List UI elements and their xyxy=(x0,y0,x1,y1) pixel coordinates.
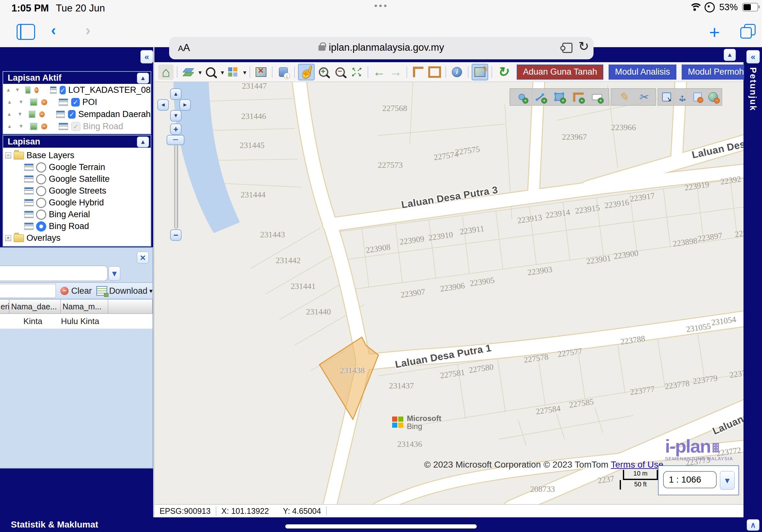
expand-group-icon[interactable] xyxy=(5,235,11,241)
results-col-nama-daerah[interactable]: Nama_dae... xyxy=(9,299,61,314)
move-layer-up-icon[interactable] xyxy=(6,99,13,105)
tool-home[interactable] xyxy=(158,64,174,80)
panel-collapse-button[interactable] xyxy=(137,137,149,147)
extensions-icon[interactable] xyxy=(562,43,572,53)
tool-pan-hand[interactable] xyxy=(298,64,315,80)
layer-thumbnail-icon[interactable] xyxy=(30,99,37,106)
layer-properties-icon[interactable] xyxy=(56,111,65,118)
zoom-in-button[interactable]: + xyxy=(170,123,182,135)
layer-properties-icon[interactable] xyxy=(59,99,68,106)
edit-feature-icon[interactable] xyxy=(617,90,631,104)
results-col-extra[interactable] xyxy=(108,299,153,314)
tool-clear-map[interactable] xyxy=(253,64,269,80)
forward-button[interactable]: › xyxy=(86,21,90,38)
new-tab-button[interactable]: + xyxy=(709,21,720,43)
layer-remove-icon[interactable] xyxy=(39,111,45,117)
results-col-negeri[interactable]: eri xyxy=(0,299,9,314)
results-filter-input[interactable] xyxy=(0,284,56,298)
tool-edit-map[interactable] xyxy=(472,64,488,80)
layer-properties-icon[interactable] xyxy=(50,87,57,94)
results-col-nama-mukim[interactable]: Nama_m... xyxy=(61,299,108,314)
results-data-row[interactable]: KintaHulu Kinta xyxy=(0,314,153,329)
terms-of-use-link[interactable]: Terms of Use xyxy=(611,460,663,470)
layer-thumbnail-icon[interactable] xyxy=(29,111,36,118)
clear-button[interactable]: Clear xyxy=(60,286,92,296)
zoom-slider-track[interactable] xyxy=(174,145,178,229)
collapse-group-icon[interactable] xyxy=(5,153,11,159)
tool-layer-list[interactable] xyxy=(181,64,196,80)
draw-measure-icon[interactable] xyxy=(571,90,585,104)
back-button[interactable]: ‹ xyxy=(51,21,56,38)
layer-properties-icon[interactable] xyxy=(24,223,34,230)
pan-down-button[interactable]: ▼ xyxy=(170,110,182,121)
address-bar[interactable]: AA iplan.planmalaysia.gov.my ↻ xyxy=(169,37,593,59)
zoom-slider-handle[interactable] xyxy=(167,135,185,145)
tool-zoom-out[interactable] xyxy=(333,64,348,80)
tool-refresh[interactable] xyxy=(495,64,510,80)
move-layer-down-icon[interactable] xyxy=(15,87,20,93)
right-panel-collapse-button[interactable] xyxy=(746,50,760,63)
move-layer-up-icon[interactable] xyxy=(6,87,11,93)
layer-remove-icon[interactable] xyxy=(35,87,38,93)
download-button[interactable]: Download▾ xyxy=(96,286,153,296)
layer-checkbox[interactable] xyxy=(68,110,76,119)
tool-previous-extent[interactable] xyxy=(371,64,387,80)
tool-save-session[interactable] xyxy=(276,64,291,80)
sidebar-collapse-button[interactable] xyxy=(140,50,153,63)
cut-feature-icon[interactable] xyxy=(636,90,650,104)
tool-basemap-tiles[interactable] xyxy=(225,64,241,80)
pan-left-button[interactable]: ◄ xyxy=(157,99,169,111)
tool-measure-length[interactable] xyxy=(410,64,426,80)
move-layer-down-icon[interactable] xyxy=(17,123,25,129)
tool-zoom-in[interactable] xyxy=(316,64,331,80)
base-layer-radio[interactable] xyxy=(36,162,46,172)
combobox-dropdown-button[interactable] xyxy=(109,266,120,281)
layer-thumbnail-icon[interactable] xyxy=(30,123,37,130)
scale-dropdown-button[interactable] xyxy=(720,471,734,490)
draw-polygon-icon[interactable] xyxy=(552,90,567,104)
pan-right-button[interactable]: ► xyxy=(179,99,191,111)
tool-full-extent[interactable] xyxy=(349,64,364,80)
base-layer-radio[interactable] xyxy=(36,174,46,184)
move-layer-down-icon[interactable] xyxy=(17,99,25,105)
layer-remove-icon[interactable] xyxy=(41,123,47,129)
home-indicator[interactable] xyxy=(285,524,477,528)
delete-feature-icon[interactable] xyxy=(691,90,705,104)
move-layer-up-icon[interactable] xyxy=(6,123,13,129)
layer-properties-icon[interactable] xyxy=(24,164,34,171)
tabs-button[interactable] xyxy=(740,24,756,38)
reload-icon[interactable]: ↻ xyxy=(578,39,589,54)
draw-point-icon[interactable] xyxy=(515,90,529,104)
move-layer-up-icon[interactable] xyxy=(6,111,13,117)
move-layer-down-icon[interactable] xyxy=(17,111,24,117)
sidebar-toggle-icon[interactable] xyxy=(17,24,35,40)
base-layer-radio[interactable] xyxy=(36,186,46,196)
pan-up-button[interactable]: ▲ xyxy=(170,88,182,100)
search-combobox-input[interactable] xyxy=(0,266,108,281)
tool-next-extent[interactable] xyxy=(388,64,403,80)
tool-measure-area[interactable] xyxy=(427,64,442,80)
layer-properties-icon[interactable] xyxy=(24,187,34,195)
layer-checkbox[interactable] xyxy=(71,98,80,106)
layer-properties-icon[interactable] xyxy=(59,123,68,130)
draw-label-icon[interactable] xyxy=(590,90,604,104)
titlebar-collapse-button[interactable] xyxy=(724,49,736,61)
select-feature-icon[interactable] xyxy=(659,90,674,104)
close-panel-button[interactable] xyxy=(137,252,149,263)
zoom-out-button[interactable]: − xyxy=(170,229,182,241)
base-layer-radio[interactable] xyxy=(36,198,46,208)
panel-collapse-button[interactable] xyxy=(137,73,149,84)
layer-properties-icon[interactable] xyxy=(24,175,34,183)
layer-properties-icon[interactable] xyxy=(24,199,34,206)
layer-checkbox[interactable] xyxy=(60,86,66,95)
button-aduan-guna-tanah[interactable]: Aduan Guna Tanah xyxy=(517,65,603,79)
remove-layer-icon[interactable] xyxy=(706,90,720,104)
layer-thumbnail-icon[interactable] xyxy=(25,87,31,94)
base-layer-radio[interactable] xyxy=(36,210,46,220)
highlighted-lot-polygon[interactable] xyxy=(319,337,378,420)
layer-remove-icon[interactable] xyxy=(41,99,47,105)
tool-zoom-menu[interactable] xyxy=(203,64,218,80)
move-feature-icon[interactable] xyxy=(675,90,689,104)
petunjuk-tab[interactable]: Petunjuk xyxy=(748,67,758,111)
scale-ratio-input[interactable]: 1 : 1066 xyxy=(663,471,717,488)
